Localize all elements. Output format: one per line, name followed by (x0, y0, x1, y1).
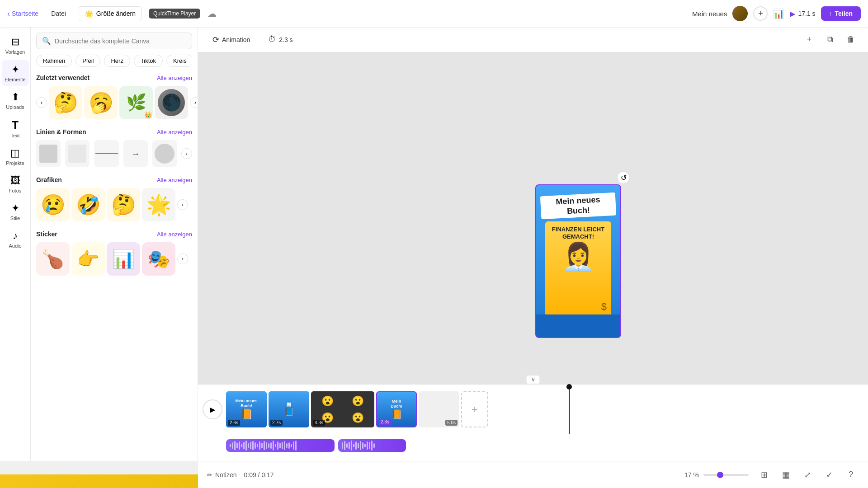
sidebar-item-elemente[interactable]: ✦ Elemente (2, 60, 29, 86)
timeline-clip-1[interactable]: Mein neuesBuch! 📙 2.6s (226, 391, 267, 427)
quicktime-badge: QuickTime Player (149, 9, 200, 19)
design-card[interactable]: ↺ Mein neues Buch! FINANZEN LEICHT GEMAC… (535, 184, 621, 338)
help-button[interactable]: ? (843, 467, 859, 483)
fullscreen-button[interactable]: ⤢ (799, 467, 816, 483)
sticker-turkey[interactable]: 🍗 (36, 242, 70, 276)
wave-bar (355, 441, 357, 450)
help-icon: ? (849, 470, 853, 479)
sidebar-item-projekte[interactable]: ◫ Projekte (2, 144, 29, 169)
grid-icon: ⊞ (761, 470, 768, 480)
lines-shapes-see-all[interactable]: Alle anzeigen (157, 129, 192, 136)
add-clip-button[interactable]: + (461, 391, 488, 427)
sticker-next[interactable]: › (177, 253, 188, 264)
copy-button[interactable]: ⧉ (822, 32, 838, 48)
check-button[interactable]: ✓ (821, 467, 837, 483)
delete-button[interactable]: 🗑 (843, 32, 859, 48)
elements-panel: 🔍 Rahmen Pfeil Herz Tiktok Kreis › Zulet… (31, 27, 198, 461)
shape-arrow[interactable]: → (123, 140, 148, 167)
stile-label: Stile (10, 216, 20, 221)
recently-used-see-all[interactable]: Alle anzeigen (157, 75, 192, 81)
avatar[interactable] (732, 6, 748, 21)
filter-pfeil[interactable]: Pfeil (75, 55, 100, 67)
zoom-label: 17 % (684, 471, 699, 479)
filter-kreis[interactable]: Kreis (166, 55, 192, 67)
zoom-control: 17 % (684, 471, 749, 479)
add-person-button[interactable]: + (753, 6, 768, 21)
shapes-next[interactable]: › (181, 148, 192, 159)
zoom-thumb[interactable] (717, 472, 723, 478)
shape-line[interactable] (94, 140, 118, 167)
sticker-see-all[interactable]: Alle anzeigen (157, 231, 192, 238)
audio-track-2[interactable] (338, 439, 406, 452)
shape-rect-light[interactable] (65, 140, 90, 167)
wave-bar (268, 443, 269, 448)
emoji-thinking-face[interactable]: 🤔 (49, 86, 82, 119)
share-button[interactable]: ↑ Teilen (821, 6, 861, 21)
duration-button[interactable]: ⏱ 2.3 s (263, 32, 298, 47)
timeline-clip-4[interactable]: MeinBuch! 📙 2.3s (376, 391, 417, 427)
play-triangle-icon: ▶ (790, 9, 795, 18)
analytics-icon[interactable]: 📊 (773, 8, 784, 19)
filter-rahmen[interactable]: Rahmen (36, 55, 72, 67)
status-bar: ✏ Notizen 0:09 / 0:17 17 % ⊞ ▦ ⤢ ✓ ? (198, 461, 868, 488)
recently-used-prev[interactable]: ‹ (36, 97, 47, 108)
cloud-icon[interactable]: ☁ (208, 8, 217, 19)
filter-herz[interactable]: Herz (104, 55, 130, 67)
wave-bar (236, 443, 238, 448)
wave-bar (284, 441, 285, 450)
sticker-header: Sticker Alle anzeigen (36, 230, 192, 238)
search-input[interactable] (55, 38, 186, 45)
toolbar-right: + ⧉ 🗑 (801, 32, 859, 48)
audio-track-1[interactable] (226, 439, 335, 452)
timeline-clips: Mein neuesBuch! 📙 2.6s 📊 📘 2.7s 😮 😮 😮 (226, 391, 863, 427)
sticker-chart[interactable]: 📊 (107, 242, 140, 276)
emoji-yawning-face[interactable]: 🥱 (84, 86, 118, 119)
timeline-clip-5[interactable]: 5.0s (419, 391, 459, 427)
shape-circle[interactable] (152, 140, 177, 167)
back-button[interactable]: ‹ Startseite (7, 9, 38, 19)
sticker-point-right[interactable]: 👉 (71, 242, 105, 276)
project-name: Mein neues (692, 10, 727, 18)
emoji-palm-plant[interactable]: 🌿 👑 (119, 86, 153, 119)
play-button[interactable]: ▶ (203, 399, 222, 419)
panel-collapse-button[interactable]: ‹ (198, 235, 198, 253)
search-bar: 🔍 (36, 33, 192, 49)
rotate-handle[interactable]: ↺ (617, 171, 630, 184)
size-button[interactable]: 🌟 Größe ändern (79, 6, 142, 21)
animation-button[interactable]: ⟳ Animation (207, 32, 255, 47)
sidebar-item-vorlagen[interactable]: ⊟ Vorlagen (2, 33, 29, 58)
grafik-sad-face[interactable]: 😢 (36, 188, 70, 221)
timeline-clip-2[interactable]: 📊 📘 2.7s (269, 391, 309, 427)
filter-tiktok[interactable]: Tiktok (134, 55, 163, 67)
grafik-laughing[interactable]: 🤣 (71, 188, 105, 221)
shape-rect-dark[interactable] (36, 140, 61, 167)
grafik-star[interactable]: 🌟 (142, 188, 175, 221)
timeline-scrubber[interactable] (569, 385, 570, 434)
recently-used-next[interactable]: › (190, 97, 198, 108)
animation-label: Animation (222, 36, 250, 43)
sticker-character[interactable]: 🎭 (142, 242, 175, 276)
sidebar-item-text[interactable]: T Text (2, 115, 29, 142)
add-element-button[interactable]: + (801, 32, 817, 48)
clip-3-duration: 4.3s (313, 420, 325, 426)
audio-label: Audio (9, 243, 21, 249)
collapse-arrow[interactable]: ∨ (526, 375, 540, 384)
emoji-sparkle[interactable]: 🌑 (155, 86, 188, 119)
filmstrip-button[interactable]: ▦ (778, 467, 794, 483)
play-time-display: ▶ 17.1 s (790, 9, 815, 18)
grid-view-button[interactable]: ⊞ (756, 467, 772, 483)
file-button[interactable]: Datei (46, 7, 71, 20)
grafiken-see-all[interactable]: Alle anzeigen (157, 177, 192, 183)
sidebar-item-uploads[interactable]: ⬆ Uploads (2, 88, 29, 113)
wave-bar (371, 441, 373, 450)
sidebar-item-audio[interactable]: ♪ Audio (2, 226, 29, 252)
clock-icon: ⏱ (268, 35, 276, 44)
timeline-clip-3[interactable]: 😮 😮 😮 😮 4.3s (311, 391, 374, 427)
zoom-slider[interactable] (703, 474, 749, 476)
lines-shapes-grid: → › (36, 140, 192, 167)
sidebar-item-fotos[interactable]: 🖼 Fotos (2, 171, 29, 197)
sidebar-item-stile[interactable]: ✦ Stile (2, 199, 29, 225)
grafik-thinking[interactable]: 🤔 (107, 188, 140, 221)
grafiken-next[interactable]: › (177, 199, 188, 210)
notes-button[interactable]: ✏ Notizen (207, 471, 236, 479)
